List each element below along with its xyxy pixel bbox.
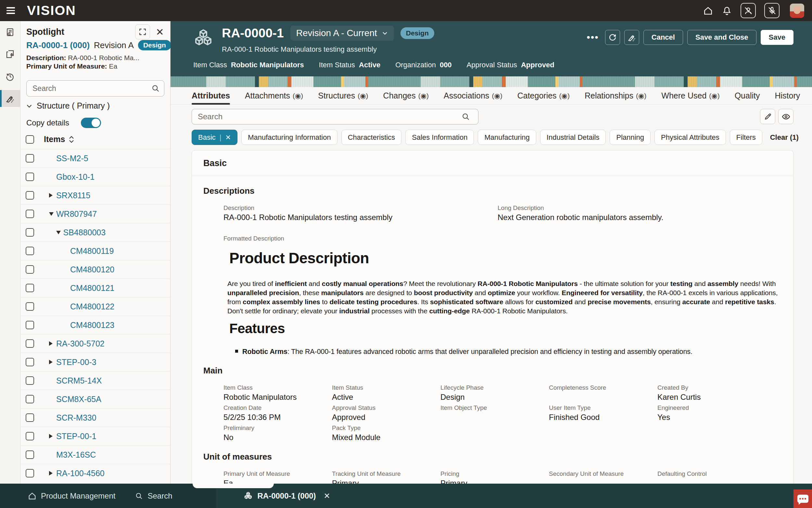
row-checkbox[interactable] — [26, 247, 34, 255]
tab-changes[interactable]: Changes(◉) — [383, 87, 429, 104]
filter-chip-industrial-details[interactable]: Industrial Details — [540, 130, 606, 145]
tree-item-link[interactable]: M3X-16SC — [56, 450, 96, 460]
edit-button[interactable] — [760, 109, 775, 124]
tree-item-link[interactable]: CM4800123 — [70, 321, 114, 330]
expand-arrow-icon[interactable] — [49, 471, 53, 475]
expand-arrow-icon[interactable] — [49, 434, 53, 438]
chat-widget-button[interactable] — [794, 490, 812, 508]
presence-toggle-button[interactable] — [741, 3, 756, 18]
spotlight-item-link[interactable]: RA-0000-1 (000) — [26, 40, 90, 50]
row-checkbox[interactable] — [26, 321, 34, 329]
row-checkbox[interactable] — [26, 358, 34, 366]
collapse-arrow-icon[interactable] — [56, 231, 61, 234]
rail-item-history[interactable] — [0, 68, 20, 85]
tab-relationships[interactable]: Relationships(◉) — [585, 87, 647, 104]
filter-chip-basic[interactable]: Basic|✕ — [192, 130, 237, 145]
main-heading: Main — [203, 366, 782, 376]
clear-filters-button[interactable]: Clear (1) — [770, 133, 799, 142]
tree-item-link[interactable]: RA-100-4560 — [56, 469, 105, 478]
tree-item-link[interactable]: Gbox-10-1 — [56, 172, 95, 182]
refresh-button[interactable] — [605, 30, 620, 45]
rail-item-spotlight[interactable] — [0, 90, 20, 107]
row-checkbox[interactable] — [26, 395, 34, 404]
tab-quality[interactable]: Quality — [735, 87, 760, 104]
tab-structures[interactable]: Structures(◉) — [318, 87, 368, 104]
sort-icon[interactable] — [68, 135, 75, 143]
rail-item-details[interactable] — [0, 24, 20, 41]
filter-chip-manufacturing-information[interactable]: Manufacturing Information — [241, 130, 337, 145]
tree-item-link[interactable]: SCRM5-14X — [56, 376, 102, 385]
row-checkbox[interactable] — [26, 469, 34, 477]
row-checkbox[interactable] — [26, 154, 34, 163]
tab-attachments[interactable]: Attachments(◉) — [245, 87, 303, 104]
tree-item-link[interactable]: SS-M2-5 — [56, 154, 88, 163]
row-checkbox[interactable] — [26, 376, 34, 385]
tree-item-link[interactable]: CM4800121 — [70, 284, 114, 293]
menu-icon[interactable] — [0, 7, 21, 14]
select-all-checkbox[interactable] — [26, 135, 34, 144]
home-icon[interactable] — [703, 5, 713, 16]
user-avatar[interactable] — [790, 4, 804, 18]
row-checkbox[interactable] — [26, 432, 34, 440]
tree-item-link[interactable]: RA-300-5702 — [56, 339, 105, 348]
close-icon[interactable]: ✕ — [153, 25, 166, 38]
revision-selector[interactable]: Revision A - Current — [290, 26, 394, 41]
close-tab-icon[interactable]: ✕ — [324, 492, 330, 501]
tree-row: RA-300-5702 — [21, 334, 170, 353]
filter-chip-filters[interactable]: Filters — [730, 130, 762, 145]
row-checkbox[interactable] — [26, 302, 34, 311]
row-checkbox[interactable] — [26, 228, 34, 237]
tree-item-link[interactable]: SCM8X-65A — [56, 394, 101, 404]
tab-attributes[interactable]: Attributes — [192, 87, 230, 104]
copy-details-toggle[interactable] — [81, 118, 101, 128]
open-item-tab[interactable]: RA-0000-1 (000) ✕ — [243, 491, 330, 501]
tree-item-link[interactable]: CM4800122 — [70, 302, 114, 311]
bottom-nav-search[interactable]: Search — [135, 492, 172, 501]
tree-item-link[interactable]: SB4880003 — [63, 228, 106, 237]
row-checkbox[interactable] — [26, 173, 34, 181]
remove-filter-icon[interactable]: ✕ — [226, 134, 231, 141]
expand-arrow-icon[interactable] — [49, 341, 53, 346]
bottom-nav-product-management[interactable]: Product Management — [28, 492, 115, 501]
tab-history[interactable]: History — [775, 87, 800, 104]
filter-chip-planning[interactable]: Planning — [610, 130, 651, 145]
filter-chip-physical-attributes[interactable]: Physical Attributes — [655, 130, 726, 145]
more-actions-icon[interactable]: ••• — [586, 32, 599, 43]
save-button[interactable]: Save — [761, 30, 794, 45]
spotlight-search-input[interactable] — [26, 80, 164, 96]
notifications-icon[interactable] — [722, 5, 732, 16]
expand-icon[interactable] — [135, 25, 150, 39]
cancel-button[interactable]: Cancel — [643, 30, 683, 45]
tree-item-link[interactable]: SRX8115 — [56, 191, 90, 200]
save-and-close-button[interactable]: Save and Close — [687, 30, 757, 45]
row-checkbox[interactable] — [26, 210, 34, 218]
tree-item-link[interactable]: CM4800120 — [70, 265, 114, 274]
collapse-arrow-icon[interactable] — [49, 212, 54, 216]
tab-where-used[interactable]: Where Used(◉) — [661, 87, 719, 104]
items-column-header[interactable]: Items — [44, 134, 65, 144]
tree-item-link[interactable]: STEP-00-1 — [56, 432, 96, 441]
expand-arrow-icon[interactable] — [49, 360, 53, 364]
expand-arrow-icon[interactable] — [49, 193, 53, 198]
spotlight-button[interactable] — [624, 30, 639, 45]
rail-item-upload[interactable] — [0, 46, 20, 63]
attributes-search-input[interactable] — [192, 109, 478, 125]
voice-toggle-button[interactable] — [764, 3, 779, 18]
row-checkbox[interactable] — [26, 191, 34, 200]
row-checkbox[interactable] — [26, 284, 34, 292]
row-checkbox[interactable] — [26, 265, 34, 274]
structure-section-header[interactable]: Structure ( Primary ) — [21, 96, 170, 111]
tab-associations[interactable]: Associations(◉) — [444, 87, 503, 104]
tree-item-link[interactable]: CM4800119 — [70, 246, 114, 256]
filter-chip-characteristics[interactable]: Characteristics — [341, 130, 401, 145]
tab-categories[interactable]: Categories(◉) — [517, 87, 570, 104]
row-checkbox[interactable] — [26, 413, 34, 422]
filter-chip-manufacturing[interactable]: Manufacturing — [478, 130, 536, 145]
filter-chip-sales-information[interactable]: Sales Information — [405, 130, 474, 145]
row-checkbox[interactable] — [26, 451, 34, 459]
view-button[interactable] — [778, 109, 794, 124]
tree-item-link[interactable]: SCR-M330 — [56, 413, 96, 423]
tree-item-link[interactable]: STEP-00-3 — [56, 357, 96, 367]
row-checkbox[interactable] — [26, 339, 34, 348]
tree-item-link[interactable]: WR807947 — [56, 209, 97, 219]
